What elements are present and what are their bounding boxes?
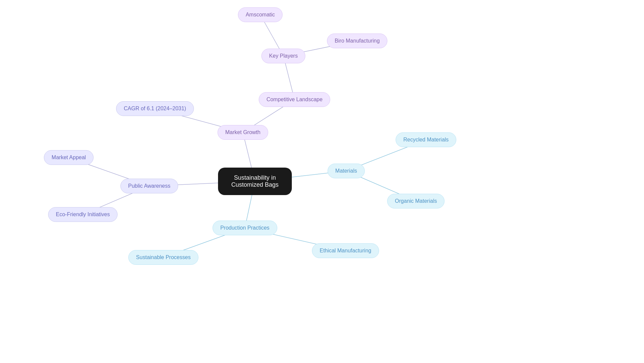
connections-svg [0,0,644,363]
node-competitiveLandscape[interactable]: Competitive Landscape [259,92,330,107]
node-label-organicMaterials: Organic Materials [395,198,437,204]
node-cagrLabel[interactable]: CAGR of 6.1 (2024–2031) [116,101,194,116]
node-marketAppeal[interactable]: Market Appeal [44,150,94,165]
node-label-sustainableProcesses: Sustainable Processes [136,254,191,260]
node-recycledMaterials[interactable]: Recycled Materials [395,132,456,147]
node-label-competitiveLandscape: Competitive Landscape [266,97,322,103]
node-label-recycledMaterials: Recycled Materials [403,137,448,143]
node-label-materials: Materials [335,168,357,174]
node-label-amscomatic: Amscomatic [246,12,275,18]
node-label-center: Sustainability in Customized Bags [229,174,281,188]
node-amscomatic[interactable]: Amscomatic [238,7,282,22]
node-keyPlayers[interactable]: Key Players [261,49,305,63]
node-label-cagrLabel: CAGR of 6.1 (2024–2031) [124,106,186,112]
node-label-publicAwareness: Public Awareness [128,183,170,189]
node-ethicalManufacturing[interactable]: Ethical Manufacturing [312,243,379,258]
node-label-biroManufacturing: Biro Manufacturing [335,38,380,44]
node-ecoFriendly[interactable]: Eco-Friendly Initiatives [48,207,118,222]
node-marketGrowth[interactable]: Market Growth [218,125,268,140]
node-label-marketAppeal: Market Appeal [52,155,86,161]
node-materials[interactable]: Materials [328,164,365,178]
node-label-marketGrowth: Market Growth [225,129,261,135]
node-label-productionPractices: Production Practices [220,225,270,231]
node-organicMaterials[interactable]: Organic Materials [387,194,444,208]
node-biroManufacturing[interactable]: Biro Manufacturing [327,34,387,48]
node-label-ethicalManufacturing: Ethical Manufacturing [320,248,371,254]
mind-map: Sustainability in Customized BagsMarket … [0,0,644,363]
node-label-keyPlayers: Key Players [269,53,298,59]
node-label-ecoFriendly: Eco-Friendly Initiatives [56,211,110,218]
node-sustainableProcesses[interactable]: Sustainable Processes [128,250,199,265]
node-productionPractices[interactable]: Production Practices [213,221,277,235]
node-center[interactable]: Sustainability in Customized Bags [218,168,292,195]
node-publicAwareness[interactable]: Public Awareness [120,179,178,193]
